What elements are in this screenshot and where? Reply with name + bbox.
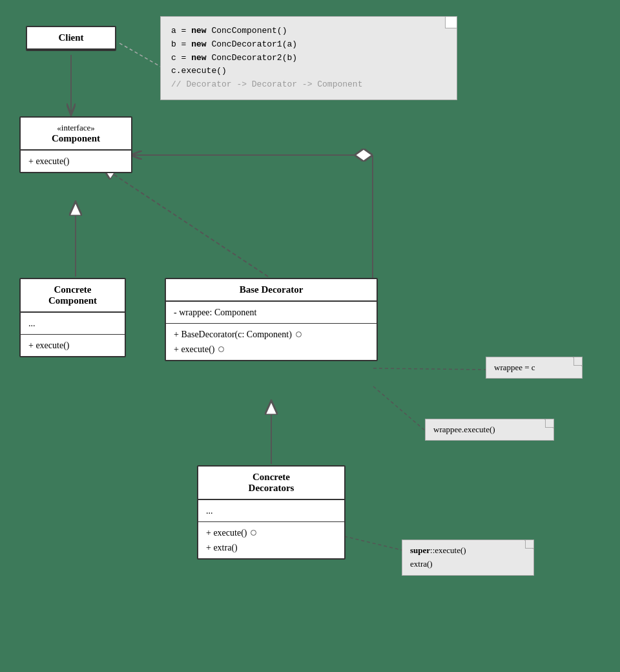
concrete-dec-method2: + extra() (206, 541, 336, 554)
method2-circle (218, 346, 224, 352)
client-note-line3: c = new ConcDecorator2(b) (171, 52, 446, 65)
base-decorator-fields: - wrappee: Component (166, 302, 377, 324)
wrappee-note: wrappee = c (486, 357, 583, 379)
component-methods: + execute() (21, 151, 131, 172)
note-corner-client (445, 17, 457, 28)
concrete-component-header: ConcreteComponent (21, 279, 125, 313)
base-decorator-method2: + execute() (174, 342, 214, 356)
component-header: «interface» Component (21, 118, 131, 151)
svg-line-4 (102, 167, 268, 277)
execute-note-text: wrappee.execute() (433, 425, 495, 434)
note-corner-execute (544, 419, 553, 428)
component-box: «interface» Component + execute() (19, 116, 132, 173)
concrete-decorators-methods: + execute() + extra() (198, 522, 344, 558)
client-note-line5: // Decorator -> Decorator -> Component (171, 78, 446, 92)
note-corner-super (524, 540, 533, 549)
concrete-method1-circle (251, 530, 256, 536)
client-note-line2: b = new ConcDecorator1(a) (171, 38, 446, 52)
execute-note: wrappee.execute() (425, 419, 554, 441)
concrete-component-fields: ... (21, 313, 125, 335)
client-note-line1: a = new ConcComponent() (171, 25, 446, 38)
svg-line-12 (344, 536, 404, 551)
super-note-line2: extra() (410, 558, 526, 571)
svg-line-9 (118, 42, 163, 68)
method1-circle (296, 331, 302, 337)
component-title: Component (52, 133, 100, 143)
concrete-decorators-fields: ... (198, 500, 344, 522)
client-note: a = new ConcComponent() b = new ConcDeco… (160, 16, 457, 100)
concrete-decorators-header: ConcreteDecorators (198, 467, 344, 500)
super-note: super::execute() extra() (402, 540, 534, 576)
note-corner-wrappee (573, 357, 582, 366)
svg-line-10 (373, 368, 488, 370)
concrete-decorators-box: ConcreteDecorators ... + execute() + ext… (197, 465, 346, 560)
diagram-container: Client «interface» Component + execute()… (0, 0, 620, 672)
client-header: Client (27, 27, 115, 50)
base-decorator-method1: + BaseDecorator(c: Component) (174, 328, 292, 341)
concrete-component-methods: + execute() (21, 335, 125, 356)
svg-line-11 (373, 386, 426, 432)
client-box: Client (26, 26, 116, 51)
super-note-line1: super::execute() (410, 544, 526, 558)
client-note-line4: c.execute() (171, 65, 446, 78)
component-stereotype: «interface» (28, 123, 123, 133)
concrete-dec-method1: + execute() (206, 526, 247, 540)
base-decorator-header: Base Decorator (166, 279, 377, 302)
concrete-component-box: ConcreteComponent ... + execute() (19, 278, 126, 357)
wrappee-note-text: wrappee = c (494, 362, 535, 372)
base-decorator-box: Base Decorator - wrappee: Component + Ba… (165, 278, 378, 361)
base-decorator-methods: + BaseDecorator(c: Component) + execute(… (166, 324, 377, 360)
